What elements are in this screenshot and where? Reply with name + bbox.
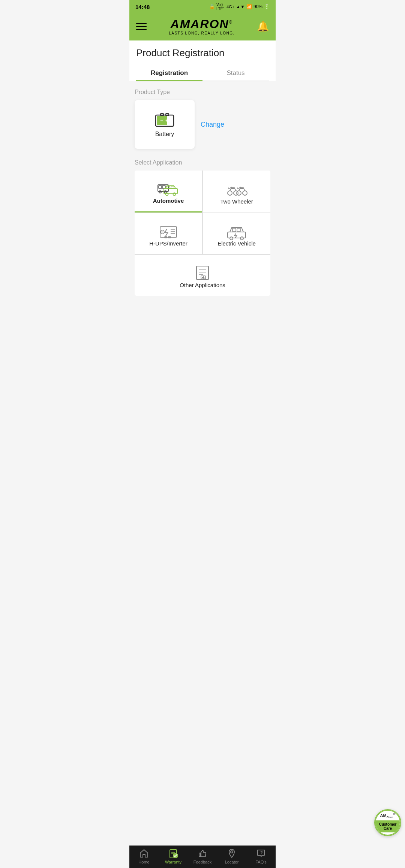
other-applications-label: Other Applications <box>180 282 225 288</box>
nav-warranty[interactable]: Warranty <box>162 849 184 864</box>
svg-text:−: − <box>160 118 163 124</box>
nav-feedback-label: Feedback <box>194 860 212 864</box>
app-header: AMARON® LASTS LONG, REALLY LONG. 🔔 <box>129 13 276 40</box>
page-title: Product Registration <box>136 47 269 59</box>
battery-product-icon: − + <box>154 111 175 129</box>
page-title-area: Product Registration Registration Status <box>129 40 276 81</box>
nav-faqs-label: FAQ's <box>255 860 267 864</box>
logo-tagline: LASTS LONG, REALLY LONG. <box>169 31 235 35</box>
status-icons: 🔒 Vol)LTE1 4G+ ▲▼ 📶 90% 🔋 <box>209 3 270 11</box>
app-other[interactable]: Other Applications <box>135 255 270 296</box>
svg-text:?: ? <box>260 850 263 855</box>
electric-vehicle-icon <box>225 222 248 240</box>
svg-point-53 <box>231 851 233 853</box>
nav-home[interactable]: Home <box>133 849 155 864</box>
nav-locator-label: Locator <box>225 860 239 864</box>
inverter-icon <box>157 222 180 240</box>
nav-locator[interactable]: Locator <box>220 849 243 864</box>
app-two-wheeler[interactable]: Two Wheeler <box>203 171 270 213</box>
nav-warranty-label: Warranty <box>165 860 182 864</box>
two-wheeler-label: Two Wheeler <box>220 198 253 205</box>
battery-product-card[interactable]: − + Battery <box>135 100 195 149</box>
notification-bell-icon[interactable]: 🔔 <box>257 21 269 32</box>
svg-rect-38 <box>237 228 240 232</box>
nav-feedback[interactable]: Feedback <box>191 849 214 864</box>
warranty-icon <box>168 849 178 858</box>
faqs-icon: ? <box>256 849 266 858</box>
app-h-ups-inverter[interactable]: H-UPS/Inverter <box>135 213 202 254</box>
tab-registration[interactable]: Registration <box>136 64 202 81</box>
application-grid: Automotive <box>135 171 270 296</box>
other-applications-icon <box>191 264 214 282</box>
home-icon <box>139 849 149 858</box>
svg-point-16 <box>228 191 232 195</box>
svg-rect-7 <box>159 186 162 189</box>
svg-point-22 <box>237 191 241 195</box>
logo: AMARON® LASTS LONG, REALLY LONG. <box>169 17 235 35</box>
svg-rect-52 <box>199 853 201 857</box>
app-automotive[interactable]: Automotive <box>135 171 202 213</box>
app-electric-vehicle[interactable]: Electric Vehicle <box>203 213 270 254</box>
battery-label: Battery <box>155 131 174 138</box>
nav-home-label: Home <box>138 860 149 864</box>
two-wheeler-icon <box>225 180 248 198</box>
bottom-navigation: Home Warranty Feedback Locator <box>129 846 276 868</box>
automotive-icon <box>157 180 180 198</box>
feedback-icon <box>198 849 207 858</box>
tabs: Registration Status <box>136 64 269 81</box>
product-type-row: − + Battery Change <box>135 100 270 149</box>
status-bar: 14:48 🔒 Vol)LTE1 4G+ ▲▼ 📶 90% 🔋 <box>129 0 276 13</box>
change-button[interactable]: Change <box>201 121 224 129</box>
h-ups-inverter-label: H-UPS/Inverter <box>149 240 188 247</box>
svg-text:+: + <box>165 118 168 124</box>
status-time: 14:48 <box>135 4 150 10</box>
product-type-label: Product Type <box>135 89 270 96</box>
tab-status[interactable]: Status <box>202 64 269 81</box>
svg-rect-8 <box>162 186 165 189</box>
nav-faqs[interactable]: ? FAQ's <box>250 849 272 864</box>
locator-icon <box>227 849 237 858</box>
select-application-label: Select Application <box>135 159 270 166</box>
content-area: Product Type − + Battery Change Select A… <box>129 81 276 303</box>
hamburger-menu[interactable] <box>136 23 147 30</box>
automotive-label: Automotive <box>153 198 184 204</box>
svg-rect-37 <box>232 228 236 232</box>
svg-point-23 <box>243 191 247 195</box>
electric-vehicle-label: Electric Vehicle <box>218 240 256 247</box>
logo-text: AMARON® <box>169 17 235 31</box>
